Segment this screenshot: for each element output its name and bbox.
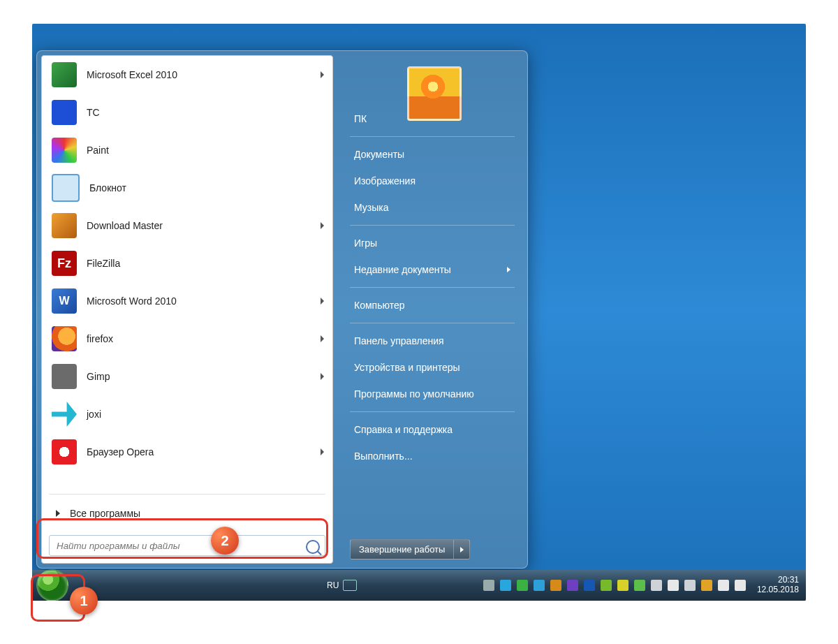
program-label: Microsoft Word 2010 xyxy=(87,295,177,307)
program-item[interactable]: WMicrosoft Word 2010 xyxy=(42,282,332,320)
disk-icon[interactable] xyxy=(584,580,595,591)
language-indicator[interactable]: RU xyxy=(327,580,339,590)
program-label: Download Master xyxy=(87,220,163,231)
right-pane-label: Устройства и принтеры xyxy=(354,362,460,373)
chevron-right-icon xyxy=(321,335,324,342)
program-label: joxi xyxy=(87,409,101,420)
program-label: Microsoft Excel 2010 xyxy=(87,69,177,80)
network-icon[interactable] xyxy=(718,580,729,591)
signal-icon[interactable] xyxy=(634,580,645,591)
check-icon[interactable] xyxy=(517,580,528,591)
notepad-icon xyxy=(52,174,80,202)
right-pane-label: Документы xyxy=(354,149,404,160)
volume-icon[interactable] xyxy=(735,580,746,591)
right-pane-link[interactable]: Выполнить... xyxy=(350,443,515,469)
opera-icon xyxy=(52,439,77,464)
utorrent-icon[interactable] xyxy=(601,580,612,591)
chevron-right-icon xyxy=(507,267,510,272)
keyboard-icon[interactable] xyxy=(343,580,357,591)
separator xyxy=(350,225,515,226)
separator xyxy=(49,494,325,495)
right-pane-link[interactable]: Компьютер xyxy=(350,292,515,319)
right-pane-link[interactable]: Музыка xyxy=(350,194,515,221)
shutdown-group: Завершение работы xyxy=(350,539,515,559)
program-item[interactable]: Microsoft Excel 2010 xyxy=(42,56,332,94)
callout-badge-2: 2 xyxy=(211,527,239,555)
word-icon: W xyxy=(52,288,77,314)
program-item[interactable]: Блокнот xyxy=(42,169,332,207)
skype-icon[interactable] xyxy=(500,580,511,591)
start-button[interactable] xyxy=(36,569,68,601)
program-label: Блокнот xyxy=(89,182,126,193)
right-pane-label: Игры xyxy=(354,237,377,249)
up-icon[interactable] xyxy=(483,580,494,591)
separator xyxy=(350,136,515,137)
user-picture[interactable] xyxy=(407,66,462,121)
program-label: Paint xyxy=(87,145,109,156)
filezilla-icon: Fz xyxy=(52,251,77,276)
clock-time: 20:31 xyxy=(757,576,799,585)
shutdown-button[interactable]: Завершение работы xyxy=(350,539,454,559)
app1-icon[interactable] xyxy=(550,580,561,591)
program-label: Браузер Opera xyxy=(87,446,154,458)
right-pane-link[interactable]: Панель управления xyxy=(350,328,515,354)
download-master-icon xyxy=(52,213,77,238)
flag-icon[interactable] xyxy=(668,580,679,591)
right-pane-label: Недавние документы xyxy=(354,264,451,275)
clock[interactable]: 20:31 12.05.2018 xyxy=(757,576,799,595)
search-box[interactable] xyxy=(49,535,325,556)
program-item[interactable]: TC xyxy=(42,94,332,131)
search-input[interactable] xyxy=(49,535,325,556)
program-item[interactable]: firefox xyxy=(42,320,332,358)
separator xyxy=(350,323,515,323)
app3-icon[interactable] xyxy=(617,580,628,591)
chevron-right-icon xyxy=(321,298,324,305)
gimp-icon xyxy=(52,364,77,389)
shutdown-options-button[interactable] xyxy=(454,539,470,559)
system-tray: 20:31 12.05.2018 xyxy=(483,570,799,601)
right-pane-link[interactable]: Игры xyxy=(350,230,515,256)
chevron-right-icon xyxy=(321,222,324,229)
pinned-programs-list: Microsoft Excel 2010TCPaintБлокнотDownlo… xyxy=(42,56,332,491)
program-item[interactable]: Браузер Opera xyxy=(42,433,332,471)
chevron-right-icon xyxy=(321,448,324,455)
clock-date: 12.05.2018 xyxy=(757,585,799,595)
program-label: Gimp xyxy=(87,371,110,382)
flower-icon xyxy=(419,73,447,101)
program-item[interactable]: Paint xyxy=(42,131,332,169)
right-pane-link[interactable]: Изображения xyxy=(350,168,515,194)
tc-icon xyxy=(52,100,77,125)
program-label: TC xyxy=(87,107,100,118)
right-pane-label: Изображения xyxy=(354,175,416,186)
program-item[interactable]: Download Master xyxy=(42,207,332,244)
right-pane-label: Выполнить... xyxy=(354,451,413,462)
chevron-right-icon xyxy=(460,547,464,552)
desktop: Microsoft Excel 2010TCPaintБлокнотDownlo… xyxy=(32,24,806,601)
app2-icon[interactable] xyxy=(567,580,578,591)
update-icon[interactable] xyxy=(701,580,712,591)
right-pane-link[interactable]: Недавние документы xyxy=(350,256,515,283)
start-menu-left-pane: Microsoft Excel 2010TCPaintБлокнотDownlo… xyxy=(41,55,333,564)
right-pane-link[interactable]: Документы xyxy=(350,141,515,168)
firefox-icon xyxy=(52,326,77,351)
right-pane-link[interactable]: Программы по умолчанию xyxy=(350,381,515,407)
program-label: firefox xyxy=(87,333,113,344)
program-item[interactable]: Gimp xyxy=(42,358,332,395)
right-pane-label: Музыка xyxy=(354,202,389,213)
taskbar: RU 20:31 12.05.2018 xyxy=(32,570,806,601)
all-programs-button[interactable]: Все программы xyxy=(42,497,332,529)
app4-icon[interactable] xyxy=(651,580,662,591)
telegram-icon[interactable] xyxy=(534,580,545,591)
right-pane-link[interactable]: Справка и поддержка xyxy=(350,416,515,443)
program-label: FileZilla xyxy=(87,258,120,269)
program-item[interactable]: joxi xyxy=(42,395,332,433)
program-item[interactable]: FzFileZilla xyxy=(42,244,332,282)
separator xyxy=(350,287,515,288)
chevron-right-icon xyxy=(321,373,324,380)
shield-icon[interactable] xyxy=(684,580,696,591)
right-pane-link[interactable]: Устройства и принтеры xyxy=(350,354,515,381)
search-icon[interactable] xyxy=(306,540,320,554)
separator xyxy=(350,411,515,412)
right-pane-label: Панель управления xyxy=(354,335,444,346)
right-pane-label: Компьютер xyxy=(354,300,404,311)
